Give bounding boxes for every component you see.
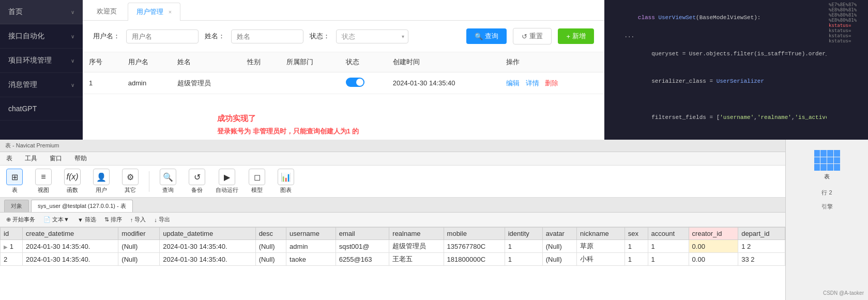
code-line-3: queryset = User.objects.filter(is_staff=…: [611, 40, 820, 68]
cell-row2-nickname: 小科: [577, 253, 625, 266]
toolbar-model[interactable]: ◻ 模型: [247, 169, 267, 194]
toolbar-label: 函数: [67, 186, 78, 194]
action-begin-transaction[interactable]: ⊕ 开始事务: [4, 215, 37, 224]
toolbar-user[interactable]: 👤 用户: [91, 169, 112, 194]
query-button[interactable]: 🔍 查询: [466, 28, 507, 44]
toolbar-backup[interactable]: ↺ 备份: [187, 169, 207, 194]
reset-button[interactable]: ↺ 重置: [513, 28, 552, 44]
sidebar-item-label: 首页: [8, 7, 23, 17]
toolbar-view[interactable]: ≡ 视图: [33, 169, 54, 194]
toolbar-label: 查询: [162, 186, 174, 194]
code-line-1: class UserViewSet(BaseModelViewSet):: [611, 4, 820, 32]
sidebar-item-api[interactable]: 接口自动化 ∨: [0, 24, 83, 49]
status-select[interactable]: 状态: [336, 29, 408, 43]
cell-realname: 超级管理员: [171, 72, 241, 94]
col-update-datetime: update_datetime: [160, 228, 255, 240]
tabs-bar: 欢迎页 用户管理 ×: [83, 0, 604, 21]
action-filter[interactable]: ▼ 筛选: [75, 215, 98, 224]
tab-close-icon[interactable]: ×: [169, 9, 172, 15]
function-icon: f(x): [64, 169, 81, 185]
cell-department: [280, 72, 340, 94]
toolbar-chart[interactable]: 📊 图表: [276, 169, 296, 194]
col-sex: sex: [625, 228, 648, 240]
cell-row1-account: 1: [648, 240, 689, 253]
filter-icon: ▼: [78, 217, 83, 223]
right-sidebar-line: kstatus=: [829, 33, 866, 38]
toolbar-divider: [149, 171, 149, 192]
table-row: 1 admin 超级管理员 2024-01-30 14:35:40 编辑: [83, 72, 604, 94]
col-creator-id: creator_id: [689, 228, 738, 240]
action-import[interactable]: ↑ 导入: [128, 215, 148, 224]
tab-user-management[interactable]: 用户管理 ×: [128, 3, 180, 21]
cell-row1-marker: ▶ 1: [1, 240, 23, 253]
code-line-2: ...: [611, 32, 820, 41]
toolbar-autorun[interactable]: ▶ 自动运行: [216, 169, 238, 194]
code-line-7: filterset_class = UsersManageFilter: [611, 131, 820, 140]
menu-item-table[interactable]: 表: [4, 153, 14, 164]
col-depart-id: depart_id: [738, 228, 785, 240]
import-icon: ↑: [130, 217, 133, 223]
cell-row2-email: 6255@163: [336, 253, 389, 266]
delete-link[interactable]: 删除: [545, 79, 558, 87]
transaction-icon: ⊕: [6, 216, 11, 223]
toolbar-other[interactable]: ⚙ 其它: [120, 169, 141, 194]
col-header-status: 状态: [340, 52, 387, 72]
col-header-realname: 姓名: [171, 52, 241, 72]
cell-created-at: 2024-01-30 14:35:40: [387, 72, 500, 94]
col-nickname: nickname: [577, 228, 625, 240]
navicat-tab-objects[interactable]: 对象: [4, 200, 29, 212]
menu-item-window[interactable]: 窗口: [48, 153, 64, 164]
toolbar-label: 备份: [191, 186, 203, 194]
right-sidebar-line: kstatus=: [829, 28, 866, 33]
col-modifier: modifier: [118, 228, 160, 240]
action-export[interactable]: ↓ 导出: [152, 215, 172, 224]
cell-row1-desc: (Null): [255, 240, 286, 253]
realname-input[interactable]: [231, 29, 303, 43]
detail-link[interactable]: 详情: [526, 79, 539, 87]
cell-row2-depart-id: 33 2: [738, 253, 785, 266]
edit-link[interactable]: 编辑: [506, 79, 520, 87]
col-realname: realname: [389, 228, 444, 240]
menu-item-tools[interactable]: 工具: [23, 153, 39, 164]
col-header-username: 用户名: [122, 52, 171, 72]
chart-icon: 📊: [278, 169, 294, 185]
navicat-panel: 表 - Navicat Premium 表 工具 窗口 帮助 ⊞ 表 ≡ 视图: [0, 140, 785, 300]
action-text[interactable]: 📄 文本▼: [41, 215, 71, 224]
cell-row1-username: admin: [286, 240, 336, 253]
cell-row2-id: 2: [1, 253, 23, 266]
status-select-wrapper: 状态: [336, 29, 408, 43]
table-grid-icon: 表: [809, 145, 845, 186]
table-icon: ⊞: [6, 169, 23, 185]
navicat-tab-sys-user[interactable]: sys_user @testplat (127.0.0.1) - 表: [31, 200, 133, 212]
cell-row1-nickname: 草原: [577, 240, 625, 253]
sidebar-item-message[interactable]: 消息管理 ∨: [0, 73, 83, 97]
col-desc: desc: [255, 228, 286, 240]
code-line-6: filterset_fields = ['username','realname…: [611, 104, 820, 132]
col-username: username: [286, 228, 336, 240]
status-toggle[interactable]: [346, 78, 364, 87]
sidebar-item-label: 消息管理: [8, 80, 37, 89]
menu-item-help[interactable]: 帮助: [72, 153, 89, 164]
toolbar-function[interactable]: f(x) 函数: [62, 169, 83, 194]
right-sidebar-line: kstatus=: [829, 23, 866, 28]
cell-gender: [241, 72, 280, 94]
tab-welcome[interactable]: 欢迎页: [88, 2, 126, 20]
add-button[interactable]: + 新增: [558, 28, 594, 44]
sidebar-item-project-env[interactable]: 项目环境管理 ∨: [0, 49, 83, 73]
grid-visualization: [814, 150, 840, 171]
right-sidebar-line: kstatus=: [829, 38, 866, 43]
cell-row1-mobile: 135767780C: [444, 240, 505, 253]
toolbar-label: 视图: [38, 186, 49, 194]
toolbar-query[interactable]: 🔍 查询: [158, 169, 178, 194]
username-input[interactable]: [126, 29, 199, 43]
right-sidebar-line: %E8%80%81%: [829, 12, 866, 18]
toolbar-table[interactable]: ⊞ 表: [4, 169, 25, 194]
cell-row2-avatar: (Null): [542, 253, 576, 266]
sidebar-item-chatgpt[interactable]: chatGPT: [0, 97, 83, 121]
toolbar-label: 表: [12, 186, 18, 194]
sidebar-item-label: 项目环境管理: [8, 56, 52, 65]
action-sort[interactable]: ⇅ 排序: [102, 215, 124, 224]
realname-label: 姓名：: [205, 32, 225, 41]
plus-icon: +: [566, 33, 570, 40]
sidebar-item-home[interactable]: 首页 ∨: [0, 0, 83, 24]
